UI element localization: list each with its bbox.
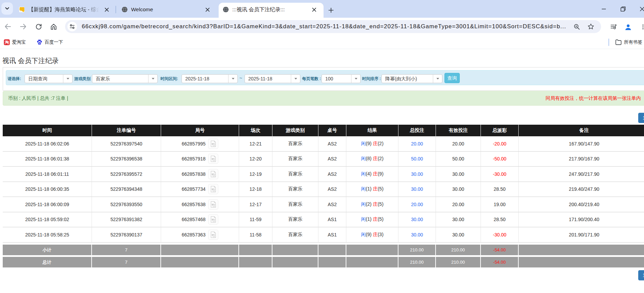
cell-session: 11-59 xyxy=(239,212,272,228)
cell-game: 百家乐 xyxy=(272,136,318,152)
cell-session: 12-17 xyxy=(239,197,272,212)
window-restore-button[interactable] xyxy=(618,0,628,18)
reload-button[interactable] xyxy=(33,21,44,32)
window-minimize-button[interactable] xyxy=(599,0,609,18)
cell-valid-bet: 20.00 xyxy=(436,136,481,152)
dropdown-arrow-icon[interactable] xyxy=(351,75,360,83)
result-banker: 庄 xyxy=(373,156,378,161)
date-end-value: 2025-11-18 xyxy=(248,75,290,83)
video-replay-button[interactable] xyxy=(208,214,218,225)
time-sort-value: 降幂(由大到小) xyxy=(385,75,433,83)
cell-round: 662857638 xyxy=(161,197,239,212)
tab-active-betrecord[interactable]: :::视讯 会员下注纪录::: xyxy=(219,3,324,18)
profile-avatar-button[interactable] xyxy=(623,21,633,32)
bookmark-baidu[interactable]: du 百度一下 xyxy=(36,35,63,49)
magnifier-icon xyxy=(574,24,580,30)
page-size-input[interactable]: 100 xyxy=(321,74,361,83)
result-player: 闲 xyxy=(361,216,366,222)
chevron-down-icon xyxy=(5,6,10,11)
tab-close-icon[interactable] xyxy=(311,7,317,12)
cell-result: 闲(8) 庄(2) xyxy=(346,152,398,167)
column-header-10: 备注 xyxy=(519,125,644,136)
dropdown-arrow-icon[interactable] xyxy=(63,75,72,83)
video-replay-button[interactable] xyxy=(208,139,218,149)
cell-game: 百家乐 xyxy=(272,152,318,167)
cell-round: 662857838 xyxy=(161,167,239,182)
summary-valid-bet: 210.00 xyxy=(436,257,481,267)
pagination-page-1-bottom[interactable]: 1 xyxy=(638,270,644,280)
cell-payout: 19.00 xyxy=(481,197,519,212)
summary-payout: -54.00 xyxy=(481,243,519,257)
column-header-7: 总投注 xyxy=(398,125,436,136)
bookmark-label: 百度一下 xyxy=(45,39,63,45)
video-replay-button[interactable] xyxy=(208,184,218,194)
query-type-select[interactable]: 日期查询 xyxy=(25,74,73,83)
table-row: 2025-11-18 06:00:09522976393550662857638… xyxy=(3,197,644,212)
cell-payout: -50.00 xyxy=(481,152,519,167)
search-button[interactable]: 查询 xyxy=(444,73,460,83)
zoom-button[interactable] xyxy=(572,22,581,31)
three-dot-menu-icon xyxy=(640,24,644,30)
date-end-input[interactable]: 2025-11-18 xyxy=(245,74,300,83)
cell-total-bet: 30.00 xyxy=(398,212,436,228)
cell-table-no: AS2 xyxy=(318,152,346,167)
site-settings-button[interactable] xyxy=(67,22,77,31)
summary-total-bet: 210.00 xyxy=(398,257,436,267)
pagination-page-1-top[interactable]: 1 xyxy=(638,113,644,123)
video-replay-button[interactable] xyxy=(208,154,218,164)
bookmark-star-button[interactable] xyxy=(587,22,595,31)
dropdown-arrow-icon[interactable] xyxy=(228,75,237,83)
dropdown-arrow-icon[interactable] xyxy=(291,75,300,83)
taobao-icon: 淘 xyxy=(4,39,10,45)
cell-total-bet: 50.00 xyxy=(398,152,436,167)
date-start-input[interactable]: 2025-11-18 xyxy=(182,74,238,83)
game-type-select[interactable]: 百家乐 xyxy=(92,74,158,83)
back-button[interactable] xyxy=(2,21,13,32)
result-banker-points: (3) xyxy=(378,232,383,237)
all-bookmarks-button[interactable]: 所有书签 xyxy=(615,35,642,49)
cell-note: 200.40/219.40 xyxy=(519,197,644,212)
cell-valid-bet: 30.00 xyxy=(436,167,481,182)
tab-welcome[interactable]: Welcome xyxy=(118,3,214,18)
result-player: 闲 xyxy=(361,232,366,237)
cell-time: 2025-11-18 06:01:38 xyxy=(3,152,92,167)
cell-game: 百家乐 xyxy=(272,182,318,197)
plus-icon xyxy=(328,7,334,13)
tab-close-icon[interactable] xyxy=(104,7,109,12)
cell-note: 171.90/200.40 xyxy=(519,212,644,228)
cell-round: 662857734 xyxy=(161,182,239,197)
video-replay-icon xyxy=(209,185,217,193)
media-controls-button[interactable] xyxy=(608,21,619,32)
result-player-points: (1) xyxy=(366,216,372,222)
window-close-button[interactable] xyxy=(637,0,644,18)
page-title: 视讯 会员下注纪录 xyxy=(2,56,59,65)
column-header-0: 时间 xyxy=(3,125,92,136)
home-button[interactable] xyxy=(48,21,59,32)
cell-total-bet: 30.00 xyxy=(398,182,436,197)
cell-table-no: AS2 xyxy=(318,167,346,182)
video-replay-button[interactable] xyxy=(208,230,218,240)
video-replay-button[interactable] xyxy=(208,199,218,210)
tab-close-icon[interactable] xyxy=(205,7,210,12)
dropdown-arrow-icon[interactable] xyxy=(148,75,157,83)
dropdown-arrow-icon[interactable] xyxy=(433,75,442,83)
browser-menu-button[interactable] xyxy=(638,21,644,32)
bookmark-taobao[interactable]: 淘 爱淘宝 xyxy=(4,35,26,49)
time-sort-select[interactable]: 降幂(由大到小) xyxy=(381,74,442,83)
result-player: 闲 xyxy=(361,156,366,161)
cell-table-no: AS1 xyxy=(318,212,346,228)
tab-search-button[interactable] xyxy=(1,2,13,15)
column-header-1: 注单编号 xyxy=(92,125,161,136)
result-player-points: (9) xyxy=(366,141,372,146)
tab-forum[interactable]: 【新提醒】海燕策略论坛 - 综合 xyxy=(16,3,113,18)
video-replay-button[interactable] xyxy=(208,169,218,179)
reload-icon xyxy=(35,23,42,30)
round-number: 662857838 xyxy=(182,171,205,177)
result-banker-points: (5) xyxy=(378,216,383,222)
new-tab-button[interactable] xyxy=(326,5,336,15)
cell-payout: -30.00 xyxy=(481,227,519,243)
globe-favicon-icon xyxy=(122,6,128,13)
column-header-6: 结果 xyxy=(346,125,398,136)
forward-button[interactable] xyxy=(18,21,29,32)
address-bar[interactable]: 66cxkj98.com/game/betrecord_search/kind3… xyxy=(65,20,601,33)
